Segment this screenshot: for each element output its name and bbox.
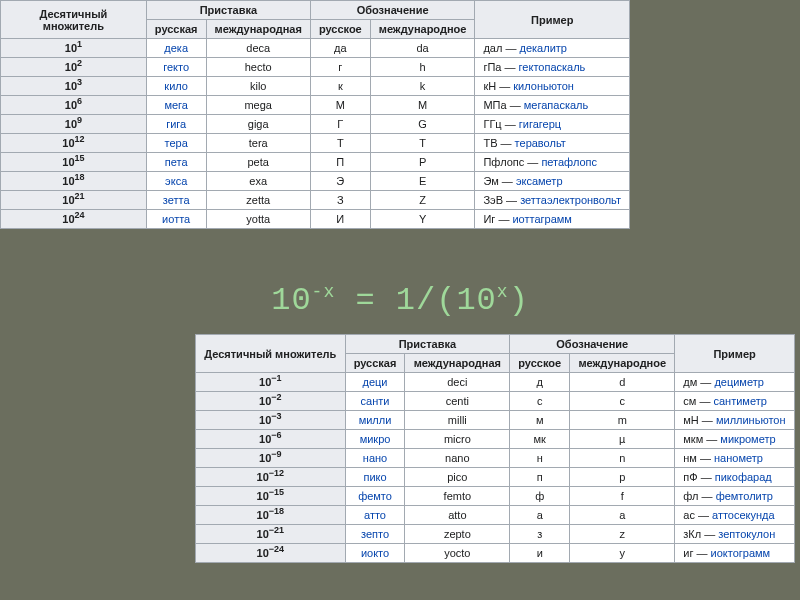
cell-prefix-intl: tera	[206, 134, 310, 153]
th-intl: международная	[206, 20, 310, 39]
th-ru-s: русское	[310, 20, 370, 39]
cell-multiplier: 101	[1, 39, 147, 58]
example-link[interactable]: эксаметр	[516, 175, 563, 187]
example-link[interactable]: теравольт	[515, 137, 566, 149]
cell-multiplier: 1012	[1, 134, 147, 153]
cell-prefix-ru: нано	[345, 449, 405, 468]
prefix-link[interactable]: пико	[363, 471, 386, 483]
table-row: 10−9наноnanoнnнм — нанометр	[196, 449, 795, 468]
prefix-link[interactable]: нано	[363, 452, 387, 464]
example-link[interactable]: сантиметр	[713, 395, 766, 407]
prefix-link[interactable]: гекто	[163, 61, 189, 73]
example-link[interactable]: иоктограмм	[711, 547, 771, 559]
cell-symbol-intl: k	[370, 77, 475, 96]
cell-prefix-ru: иокто	[345, 544, 405, 563]
cell-example: мН — миллиньютон	[675, 411, 795, 430]
prefix-link[interactable]: фемто	[358, 490, 392, 502]
cell-prefix-intl: exa	[206, 172, 310, 191]
prefix-link[interactable]: зепто	[361, 528, 389, 540]
formula: 10-x = 1/(10x)	[0, 282, 800, 319]
example-link[interactable]: фемтолитр	[716, 490, 773, 502]
table-row: 10−15фемтоfemtoфfфл — фемтолитр	[196, 487, 795, 506]
prefix-link[interactable]: гига	[166, 118, 186, 130]
cell-multiplier: 106	[1, 96, 147, 115]
prefix-link[interactable]: тера	[165, 137, 188, 149]
example-link[interactable]: аттосекунда	[712, 509, 775, 521]
example-link[interactable]: иоттаграмм	[512, 213, 571, 225]
tbody-negative: 10−1дециdeciдdдм — дециметр10−2сантиcent…	[196, 373, 795, 563]
cell-symbol-intl: n	[570, 449, 675, 468]
example-link[interactable]: зептокулон	[718, 528, 775, 540]
cell-prefix-intl: deci	[405, 373, 510, 392]
cell-symbol-intl: m	[570, 411, 675, 430]
cell-symbol-ru: ф	[510, 487, 570, 506]
th-example: Пример	[675, 335, 795, 373]
prefix-link[interactable]: атто	[364, 509, 386, 521]
cell-example: ЗэВ — зеттаэлектронвольт	[475, 191, 630, 210]
cell-prefix-intl: atto	[405, 506, 510, 525]
prefix-link[interactable]: иотта	[162, 213, 190, 225]
th-multiplier: Десятичный множитель	[196, 335, 346, 373]
prefix-link[interactable]: кило	[164, 80, 188, 92]
cell-prefix-intl: micro	[405, 430, 510, 449]
prefix-link[interactable]: микро	[360, 433, 391, 445]
example-link[interactable]: гектопаскаль	[519, 61, 586, 73]
cell-multiplier: 10−18	[196, 506, 346, 525]
cell-prefix-ru: атто	[345, 506, 405, 525]
cell-example: нм — нанометр	[675, 449, 795, 468]
cell-symbol-intl: E	[370, 172, 475, 191]
table-row: 101декаdecaдаdaдал — декалитр	[1, 39, 630, 58]
cell-prefix-intl: giga	[206, 115, 310, 134]
cell-example: гПа — гектопаскаль	[475, 58, 630, 77]
prefix-link[interactable]: санти	[361, 395, 390, 407]
example-link[interactable]: пикофарад	[715, 471, 772, 483]
th-intl-s: международное	[370, 20, 475, 39]
cell-prefix-intl: milli	[405, 411, 510, 430]
cell-symbol-intl: P	[370, 153, 475, 172]
cell-multiplier: 103	[1, 77, 147, 96]
table-row: 10−24иоктоyoctoиyиг — иоктограмм	[196, 544, 795, 563]
cell-prefix-intl: zepto	[405, 525, 510, 544]
example-link[interactable]: зеттаэлектронвольт	[520, 194, 621, 206]
prefix-link[interactable]: иокто	[361, 547, 389, 559]
cell-prefix-ru: тера	[146, 134, 206, 153]
example-link[interactable]: декалитр	[520, 42, 567, 54]
cell-multiplier: 102	[1, 58, 147, 77]
example-link[interactable]: нанометр	[714, 452, 763, 464]
example-link[interactable]: микрометр	[720, 433, 775, 445]
table-row: 106мегаmegaМMМПа — мегапаскаль	[1, 96, 630, 115]
cell-symbol-ru: д	[510, 373, 570, 392]
cell-symbol-intl: T	[370, 134, 475, 153]
cell-symbol-intl: Y	[370, 210, 475, 229]
example-link[interactable]: мегапаскаль	[524, 99, 588, 111]
prefix-link[interactable]: деци	[363, 376, 388, 388]
cell-prefix-intl: zetta	[206, 191, 310, 210]
example-link[interactable]: килоньютон	[513, 80, 574, 92]
cell-symbol-intl: h	[370, 58, 475, 77]
example-link[interactable]: петафлопс	[541, 156, 597, 168]
cell-multiplier: 1021	[1, 191, 147, 210]
cell-example: Иг — иоттаграмм	[475, 210, 630, 229]
th-ru: русская	[345, 354, 405, 373]
cell-multiplier: 10−24	[196, 544, 346, 563]
cell-prefix-intl: kilo	[206, 77, 310, 96]
cell-example: пФ — пикофарад	[675, 468, 795, 487]
prefix-link[interactable]: экса	[165, 175, 187, 187]
example-link[interactable]: гигагерц	[519, 118, 561, 130]
prefix-link[interactable]: милли	[359, 414, 392, 426]
cell-symbol-ru: Т	[310, 134, 370, 153]
cell-symbol-intl: µ	[570, 430, 675, 449]
prefix-link[interactable]: зетта	[163, 194, 190, 206]
cell-symbol-intl: M	[370, 96, 475, 115]
prefix-link[interactable]: мега	[164, 99, 188, 111]
prefix-link[interactable]: пета	[165, 156, 188, 168]
example-link[interactable]: миллиньютон	[716, 414, 786, 426]
prefix-link[interactable]: дека	[164, 42, 188, 54]
cell-prefix-ru: мега	[146, 96, 206, 115]
th-symbol: Обозначение	[510, 335, 675, 354]
cell-prefix-intl: yocto	[405, 544, 510, 563]
example-link[interactable]: дециметр	[714, 376, 763, 388]
cell-example: дал — декалитр	[475, 39, 630, 58]
cell-multiplier: 10−15	[196, 487, 346, 506]
cell-example: Пфлопс — петафлопс	[475, 153, 630, 172]
